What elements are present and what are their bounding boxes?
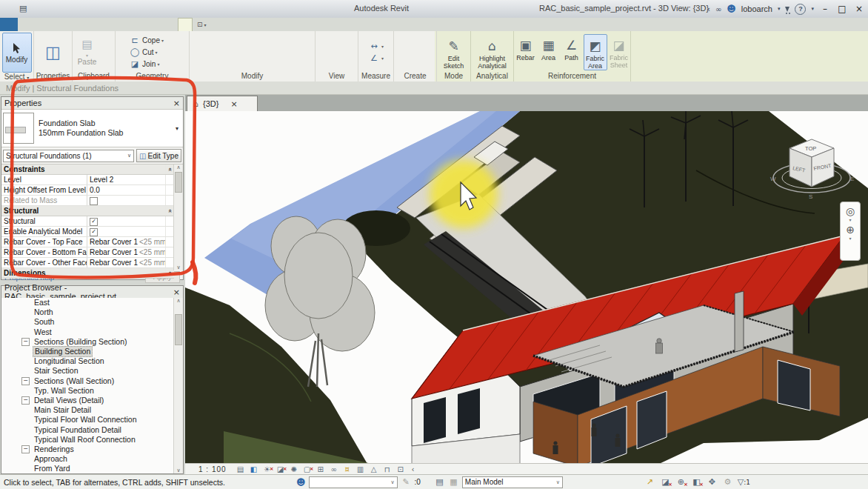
drawing-area[interactable]: W S E TOP LEFT FRONT ◎ ▾ ⊕	[185, 111, 868, 464]
type-selector-caret-icon[interactable]: ▾	[176, 125, 181, 132]
property-value[interactable]: Rebar Cover 1 <25 mm>	[87, 237, 166, 247]
profile-icon[interactable]	[165, 58, 177, 68]
tab-steel[interactable]	[44, 18, 58, 31]
properties-close-icon[interactable]: ×	[173, 99, 180, 108]
vcb-collapse-icon[interactable]: ‹	[412, 465, 415, 473]
drag-on-selection-icon[interactable]: ✥	[707, 477, 718, 487]
path-button[interactable]: ∠ Path	[561, 34, 583, 70]
join-geometry-button[interactable]: ◪Join▾	[129, 59, 164, 70]
tree-expander-icon[interactable]: −	[21, 396, 30, 405]
scroll-down-icon[interactable]: ∨	[176, 468, 180, 473]
linework-icon[interactable]	[330, 40, 342, 50]
override-graphics-icon[interactable]	[330, 53, 342, 63]
property-value[interactable]: ✓	[87, 216, 166, 226]
property-row[interactable]: Related to Mass	[1, 196, 174, 206]
crop-view-icon[interactable]: ▢×	[302, 465, 313, 474]
create-parts-icon[interactable]	[395, 46, 407, 59]
join-unjoin-icon[interactable]	[258, 59, 270, 69]
cope-button[interactable]: ⊏Cope▾	[129, 35, 164, 47]
view-tab-close-icon[interactable]: ×	[230, 99, 237, 109]
visual-style-icon[interactable]: ◧	[249, 465, 259, 474]
reveal-hidden-icon[interactable]: ¤	[342, 465, 353, 474]
minimize-button[interactable]: –	[819, 4, 831, 14]
edit-sketch-button[interactable]: ✎ Edit Sketch	[438, 35, 469, 70]
property-row[interactable]: Structural ✓	[1, 216, 174, 227]
viewcube[interactable]: W S E TOP LEFT FRONT	[767, 132, 856, 210]
background-processes-icon[interactable]: ⚙	[722, 477, 733, 487]
tab-structure[interactable]	[31, 18, 44, 31]
project-browser-close-icon[interactable]: ×	[173, 287, 180, 297]
workset-select[interactable]: ∨	[309, 476, 398, 488]
unjoin-icon[interactable]	[165, 47, 177, 57]
rebar-button[interactable]: ▣ Rebar	[515, 34, 537, 70]
property-checkbox[interactable]: ✓	[90, 218, 98, 226]
tree-item[interactable]: Typical Foundation Detail	[1, 425, 174, 434]
match-properties-icon[interactable]	[98, 58, 110, 68]
temporary-hide-isolate-icon[interactable]: ∞	[329, 465, 339, 474]
properties-filter-select[interactable]: Structural Foundations (1) ∨	[3, 150, 134, 162]
tree-expander-icon[interactable]: −	[21, 338, 30, 346]
properties-palette-icon[interactable]: ◫	[42, 40, 64, 65]
tree-item[interactable]: Main Stair Detail	[1, 405, 174, 415]
scale-button[interactable]: 1 : 100	[198, 465, 227, 473]
property-value[interactable]	[84, 206, 167, 216]
tree-item[interactable]: Approach	[1, 454, 174, 464]
ribbon-display-toggle[interactable]: ⊡▾	[197, 18, 207, 31]
select-underlay-icon[interactable]: ◪×	[660, 477, 671, 487]
tab-annotate[interactable]	[84, 18, 98, 31]
browser-scrollbar[interactable]: ∧ ∨	[173, 298, 183, 473]
property-row[interactable]: Enable Analytical Model ✓	[1, 227, 174, 237]
tree-item[interactable]: Stair Section	[1, 366, 174, 376]
tab-view[interactable]	[138, 18, 151, 31]
property-value[interactable]: Rebar Cover 1 <25 mm>	[87, 258, 166, 267]
property-value[interactable]: ✓	[87, 227, 166, 236]
scale-icon[interactable]	[246, 47, 258, 57]
area-button[interactable]: ▦ Area	[538, 34, 560, 70]
split-icon[interactable]	[271, 47, 283, 57]
tab-architecture[interactable]	[18, 18, 31, 31]
tree-item[interactable]: West	[1, 327, 174, 337]
design-option-select[interactable]: Main Model ∨	[462, 476, 563, 488]
tree-item[interactable]: North	[1, 307, 174, 317]
scroll-down-icon[interactable]: ∨	[176, 265, 180, 270]
split-face-icon[interactable]	[116, 58, 127, 68]
tab-modify-contextual[interactable]	[178, 18, 193, 31]
panel-label-properties[interactable]: Properties	[34, 72, 72, 82]
reveal-constraints-icon[interactable]: ⊓	[382, 465, 393, 474]
property-value[interactable]	[84, 268, 167, 278]
array-icon[interactable]	[221, 47, 233, 57]
file-doc-icon[interactable]: ▤	[19, 1, 30, 15]
editing-requests-icon[interactable]: ✎	[401, 477, 412, 487]
sun-path-icon[interactable]: ☀×	[262, 465, 273, 474]
select-pinned-icon[interactable]: ⊕×	[675, 477, 687, 487]
worksets-icon[interactable]: ☻	[296, 477, 306, 488]
detail-level-icon[interactable]: ▤	[236, 465, 246, 474]
tree-item[interactable]: − Sections (Building Section)	[1, 337, 174, 347]
property-row[interactable]: Dimensions «	[1, 268, 174, 279]
trim-icon[interactable]	[258, 47, 270, 57]
tree-item[interactable]: − Detail Views (Detail)	[1, 396, 174, 405]
compass-west-label[interactable]: W	[770, 176, 776, 182]
filter-icon[interactable]: ▽:1	[738, 477, 749, 487]
paste-button[interactable]: ▤ ▾ Paste	[78, 39, 97, 66]
view-tab-3d[interactable]: ⌂ {3D} ×	[187, 96, 258, 111]
tab-massing-site[interactable]	[111, 18, 124, 31]
align-icon[interactable]	[221, 35, 233, 45]
tab-systems[interactable]	[58, 18, 71, 31]
steering-wheel-icon[interactable]: ◎ ▾	[846, 205, 855, 222]
tab-file[interactable]	[0, 18, 18, 31]
property-row[interactable]: Structural «	[1, 206, 174, 216]
project-browser-header[interactable]: Project Browser - RAC_basic_sample_proje…	[1, 286, 183, 299]
properties-scrollbar[interactable]: ∧ ∨	[173, 164, 183, 270]
beam-join-icon[interactable]	[177, 36, 189, 46]
link-icon[interactable]	[177, 47, 189, 57]
property-value[interactable]: Rebar Cover 1 <25 mm>	[87, 247, 166, 257]
create-assembly-icon[interactable]	[422, 46, 434, 59]
design-options-icon[interactable]: ▤	[434, 477, 445, 487]
copy-icon[interactable]	[98, 47, 110, 58]
property-value[interactable]: 0.0	[87, 185, 166, 195]
tree-item[interactable]: From Yard	[1, 464, 174, 473]
tree-item[interactable]: Typical Floor Wall Connection	[1, 415, 174, 425]
exchange-apps-icon[interactable]	[785, 7, 789, 12]
scroll-up-icon[interactable]: ∧	[176, 298, 180, 304]
